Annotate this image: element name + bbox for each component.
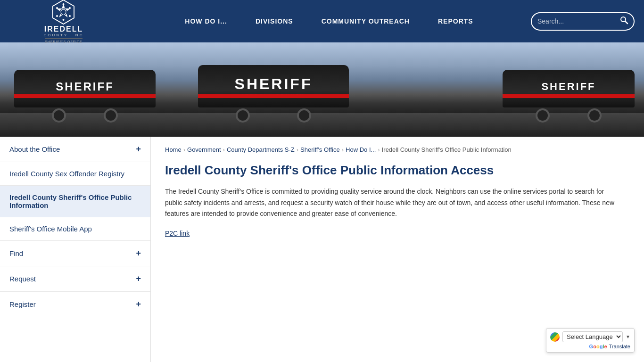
sheriff-star-icon xyxy=(50,0,76,25)
breadcrumb-county-depts[interactable]: County Departments S-Z xyxy=(227,146,295,153)
sheriff-car-1: SHERIFF IREDELL COUNTY xyxy=(14,70,156,123)
translate-link[interactable]: Translate xyxy=(609,344,630,349)
sidebar-item-about[interactable]: About the Office + xyxy=(0,137,150,162)
sidebar-plus-about: + xyxy=(136,144,141,154)
breadcrumb-how-do-i[interactable]: How Do I... xyxy=(346,146,376,153)
page-description: The Iredell County Sheriff's Office is c… xyxy=(165,186,618,220)
svg-point-3 xyxy=(61,9,66,14)
sidebar-item-register[interactable]: Register + xyxy=(0,292,150,317)
google-translate-icon xyxy=(550,332,560,342)
sidebar-plus-find: + xyxy=(136,248,141,258)
nav-divisions[interactable]: DIVISIONS xyxy=(256,17,293,25)
logo-area: IREDELL COUNTY · NC SHERIFF'S OFFICE xyxy=(9,0,118,42)
svg-point-5 xyxy=(69,7,71,9)
sidebar-item-request[interactable]: Request + xyxy=(0,266,150,292)
logo-text-office: SHERIFF'S OFFICE xyxy=(45,38,83,43)
sidebar-label-request: Request xyxy=(9,275,36,283)
sheriff-car-2: SHERIFF IREDELL COUNTY xyxy=(198,65,349,123)
sidebar-plus-request: + xyxy=(136,274,141,284)
svg-line-11 xyxy=(625,21,627,24)
breadcrumb-sheriffs-office[interactable]: Sheriff's Office xyxy=(300,146,340,153)
sidebar-item-find[interactable]: Find + xyxy=(0,241,150,266)
breadcrumb-sep-3: › xyxy=(297,146,298,153)
sidebar-label-mobile-app: Sheriff's Office Mobile App xyxy=(9,225,92,233)
sidebar-item-mobile-app[interactable]: Sheriff's Office Mobile App xyxy=(0,217,150,241)
sidebar-item-sex-offender[interactable]: Iredell County Sex Offender Registry xyxy=(0,162,150,186)
svg-point-9 xyxy=(56,7,58,9)
breadcrumb-home[interactable]: Home xyxy=(165,146,182,153)
google-logo: Google xyxy=(589,344,607,349)
nav-reports[interactable]: REPORTS xyxy=(438,17,473,25)
sidebar-label-find: Find xyxy=(9,249,23,257)
svg-point-7 xyxy=(63,19,65,21)
search-input[interactable] xyxy=(537,17,620,25)
translate-dropdown-icon: ▼ xyxy=(626,334,630,339)
language-select[interactable]: Select Language xyxy=(562,331,623,342)
search-icon xyxy=(620,16,628,25)
breadcrumb-sep-5: › xyxy=(378,146,380,153)
sidebar-label-public-info: Iredell County Sheriff's Office Public I… xyxy=(9,193,141,209)
breadcrumb-sep-2: › xyxy=(223,146,225,153)
translate-widget: Select Language ▼ Google Translate xyxy=(546,328,635,353)
sidebar: About the Office + Iredell County Sex Of… xyxy=(0,137,151,362)
page-title: Iredell County Sheriff's Office Public I… xyxy=(165,163,630,179)
breadcrumb-sep-4: › xyxy=(342,146,344,153)
p2c-link[interactable]: P2C link xyxy=(165,230,190,237)
breadcrumb-sep-1: › xyxy=(183,146,185,153)
nav-how-do-i[interactable]: HOW DO I... xyxy=(185,17,227,25)
sidebar-plus-register: + xyxy=(136,299,141,309)
logo-text-iredell: IREDELL xyxy=(44,25,83,33)
breadcrumb-current: Iredell County Sheriff's Office Public I… xyxy=(382,146,512,153)
sidebar-label-register: Register xyxy=(9,300,36,308)
sidebar-item-public-info[interactable]: Iredell County Sheriff's Office Public I… xyxy=(0,186,150,217)
search-button[interactable] xyxy=(620,16,628,27)
svg-point-4 xyxy=(63,3,65,5)
sidebar-label-sex-offender: Iredell County Sex Offender Registry xyxy=(9,170,124,178)
breadcrumb-government[interactable]: Government xyxy=(187,146,221,153)
logo-text-county: COUNTY · NC xyxy=(44,33,84,37)
search-bar xyxy=(531,12,635,31)
logo: IREDELL COUNTY · NC SHERIFF'S OFFICE xyxy=(44,0,84,43)
main-nav: HOW DO I... DIVISIONS COMMUNITY OUTREACH… xyxy=(127,17,531,25)
sidebar-label-about: About the Office xyxy=(9,145,60,153)
svg-point-6 xyxy=(69,15,71,17)
nav-community-outreach[interactable]: COMMUNITY OUTREACH xyxy=(322,17,410,25)
header: IREDELL COUNTY · NC SHERIFF'S OFFICE HOW… xyxy=(0,0,644,42)
breadcrumb: Home › Government › County Departments S… xyxy=(165,146,630,153)
svg-point-8 xyxy=(56,15,58,17)
sheriff-car-3: SHERIFF IREDELL COUNTY xyxy=(503,70,635,123)
hero-image: SHERIFF IREDELL COUNTY SHERIFF IREDELL C… xyxy=(0,42,644,137)
